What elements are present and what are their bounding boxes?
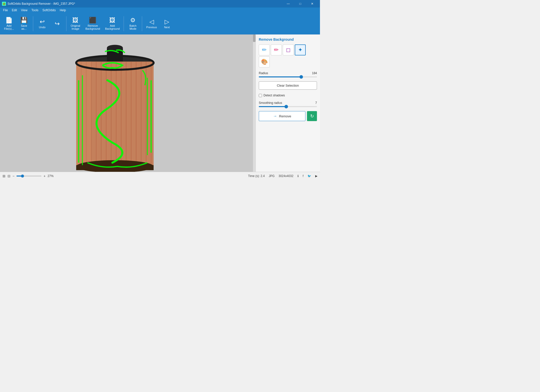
eraser-icon: ◻: [286, 47, 290, 53]
magic-select-button[interactable]: ✦: [295, 44, 306, 55]
image-container: [62, 34, 167, 172]
previous-icon: ◁: [149, 19, 154, 25]
add-background-button[interactable]: 🖼 AddBackground: [103, 14, 122, 33]
smoothing-value: 7: [315, 101, 317, 105]
add-background-icon: 🖼: [109, 17, 115, 23]
menu-file[interactable]: File: [1, 8, 10, 12]
menu-tools[interactable]: Tools: [29, 8, 40, 12]
scrollbar-thumb[interactable]: [253, 34, 256, 42]
youtube-icon[interactable]: ▶: [315, 174, 317, 178]
next-button[interactable]: ▷ Next: [160, 14, 174, 33]
close-button[interactable]: ✕: [306, 0, 318, 7]
menu-softorbits[interactable]: SoftOrbits: [40, 8, 58, 12]
save-label: Saveas...: [21, 24, 27, 30]
facebook-icon[interactable]: f: [303, 174, 303, 178]
zoom-minus-button[interactable]: −: [12, 174, 14, 178]
remove-background-label: RemoveBackground: [85, 24, 100, 30]
titlebar-controls: — □ ✕: [282, 0, 318, 7]
radius-slider-thumb[interactable]: [299, 75, 303, 79]
menu-view[interactable]: View: [19, 8, 29, 12]
remove-button[interactable]: → Remove: [259, 111, 305, 121]
zoom-slider-track[interactable]: [16, 176, 41, 177]
color-select-button[interactable]: 🎨: [259, 56, 270, 67]
app-icon: 🟢: [2, 2, 6, 6]
maximize-button[interactable]: □: [294, 0, 306, 7]
add-file-icon: 📄: [5, 17, 13, 23]
separator-3: [124, 16, 124, 31]
time-label: Time (s): 2.4: [248, 174, 265, 178]
batch-mode-label: BatchMode: [129, 24, 136, 30]
zoom-plus-button[interactable]: +: [43, 174, 45, 178]
previous-button[interactable]: ◁ Previous: [144, 14, 159, 33]
original-image-button[interactable]: 🖼 OriginalImage: [68, 14, 82, 33]
svg-rect-21: [76, 165, 154, 170]
previous-label: Previous: [146, 26, 157, 29]
batch-mode-button[interactable]: ⚙ BatchMode: [126, 14, 140, 33]
smoothing-slider-track[interactable]: [259, 106, 317, 107]
statusbar: ⊞ ⊟ − + 27% Time (s): 2.4 JPG 3024x4032 …: [0, 172, 320, 180]
statusbar-right: Time (s): 2.4 JPG 3024x4032 ℹ f 🐦 ▶: [248, 174, 317, 178]
titlebar: 🟢 SoftOrbits Background Remover - IMG_23…: [0, 0, 320, 7]
titlebar-left: 🟢 SoftOrbits Background Remover - IMG_23…: [2, 2, 75, 6]
format-label: JPG: [269, 174, 274, 178]
fit-window-icon[interactable]: ⊞: [2, 174, 5, 178]
remove-brush-icon: ✏: [274, 47, 278, 53]
remove-background-button[interactable]: ⬛ RemoveBackground: [83, 14, 102, 33]
keep-brush-button[interactable]: ✏: [259, 44, 270, 55]
zoom-slider-thumb[interactable]: [21, 175, 24, 178]
main-area: Remove Background ✏ ✏ ◻ ✦ 🎨 Radius 184: [0, 34, 320, 172]
magic-select-icon: ✦: [298, 47, 302, 53]
original-image-label: OriginalImage: [71, 24, 80, 30]
smoothing-slider-thumb[interactable]: [284, 105, 288, 108]
detect-shadows-label: Detect shadows: [264, 94, 285, 97]
keep-brush-icon: ✏: [262, 47, 267, 53]
next-label: Next: [164, 26, 170, 29]
vertical-scrollbar[interactable]: [253, 34, 256, 172]
minimize-button[interactable]: —: [282, 0, 294, 7]
zoom-slider-fill: [16, 176, 21, 177]
twitter-icon[interactable]: 🐦: [307, 174, 311, 178]
redo-button[interactable]: ↪: [50, 14, 64, 33]
tool-buttons: ✏ ✏ ◻ ✦ 🎨: [259, 44, 317, 67]
toolbar: 📄 AddFile(s)... 💾 Saveas... ↩ Undo ↪ 🖼 O…: [0, 13, 320, 34]
undo-button[interactable]: ↩ Undo: [35, 14, 49, 33]
smoothing-label-row: Smoothing radius 7: [259, 101, 317, 105]
refresh-button[interactable]: ↻: [307, 111, 317, 121]
undo-label: Undo: [39, 26, 45, 29]
radius-slider-track[interactable]: [259, 76, 317, 77]
save-as-button[interactable]: 💾 Saveas...: [17, 14, 31, 33]
menu-edit[interactable]: Edit: [10, 8, 19, 12]
refresh-icon: ↻: [310, 113, 314, 119]
save-icon: 💾: [20, 17, 28, 23]
info-icon[interactable]: ℹ: [297, 174, 299, 178]
menu-help[interactable]: Help: [58, 8, 68, 12]
separator-1: [33, 16, 33, 31]
radius-slider-fill: [259, 76, 301, 77]
eraser-button[interactable]: ◻: [283, 44, 294, 55]
fit-select-icon[interactable]: ⊟: [7, 174, 10, 178]
color-select-icon: 🎨: [261, 59, 268, 65]
remove-label: Remove: [279, 114, 291, 118]
add-file-label: AddFile(s)...: [4, 24, 14, 30]
undo-icon: ↩: [40, 19, 45, 25]
radius-label: Radius: [259, 71, 268, 75]
redo-icon: ↪: [55, 21, 60, 27]
remove-row: → Remove ↻: [259, 111, 317, 121]
zoom-value: 27%: [47, 174, 53, 178]
radius-value: 184: [312, 71, 317, 75]
menubar: File Edit View Tools SoftOrbits Help: [0, 7, 320, 13]
smoothing-container: Smoothing radius 7: [259, 101, 317, 107]
batch-mode-icon: ⚙: [130, 17, 136, 23]
canvas-area[interactable]: [0, 34, 256, 172]
panel-title: Remove Background: [259, 37, 317, 41]
remove-brush-button[interactable]: ✏: [271, 44, 282, 55]
original-image-icon: 🖼: [72, 17, 78, 23]
detect-shadows-checkbox[interactable]: [259, 94, 262, 97]
remove-background-icon: ⬛: [89, 17, 96, 23]
radius-label-row: Radius 184: [259, 71, 317, 75]
right-panel: Remove Background ✏ ✏ ◻ ✦ 🎨 Radius 184: [256, 34, 320, 172]
add-file-button[interactable]: 📄 AddFile(s)...: [2, 14, 16, 33]
clear-selection-button[interactable]: Clear Selection: [259, 81, 317, 90]
smoothing-slider-fill: [259, 106, 286, 107]
dimensions-label: 3024x4032: [278, 174, 293, 178]
